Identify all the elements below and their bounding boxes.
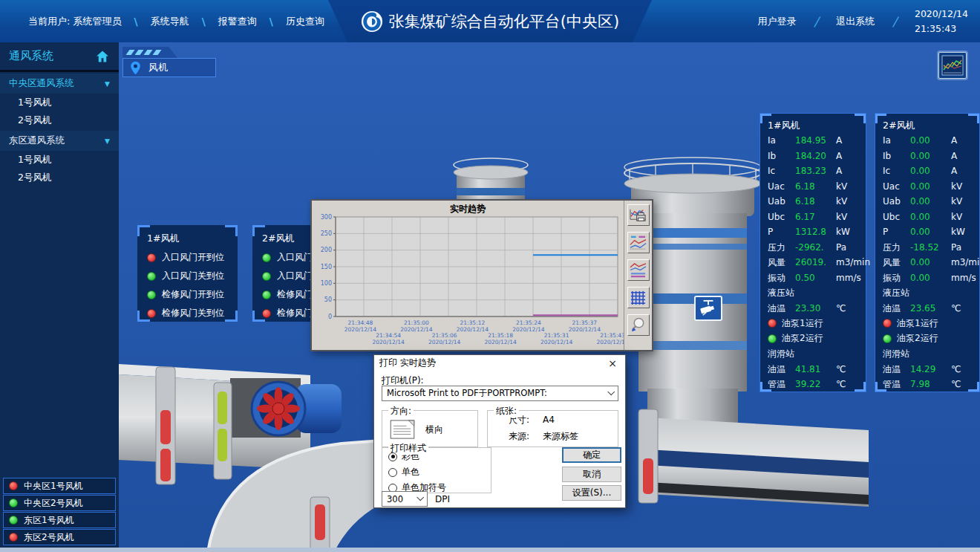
door-status-dot (147, 272, 156, 281)
separator-slash: / (814, 14, 818, 29)
measurement-row: Ia184.95A (768, 133, 866, 149)
nav-item[interactable]: 系统导航 (151, 15, 189, 28)
svg-text:200: 200 (321, 247, 332, 253)
status-item[interactable]: 东区1号风机 (3, 512, 116, 528)
zoom-button[interactable] (627, 314, 650, 336)
grid-button[interactable] (627, 287, 650, 308)
measurement-value: 26019. (795, 255, 836, 270)
measurement-value: 0.00 (910, 270, 951, 286)
door-panel-title: 1#风机 (147, 233, 238, 245)
nav-item[interactable]: 报警查询 (218, 15, 257, 28)
door-status-dot (262, 253, 271, 262)
svg-text:2020/12/14: 2020/12/14 (569, 326, 601, 333)
corner-bracket (225, 311, 238, 322)
datetime: 2020/12/14 21:35:43 (915, 7, 968, 36)
measurement-unit: kV (836, 179, 866, 195)
measurement-unit: ℃ (951, 362, 979, 377)
measurement-value: 0.00 (910, 224, 951, 240)
measurement-row: 油温41.81℃ (768, 362, 866, 377)
measurement-label: Ic (768, 163, 795, 179)
measurement-value: 14.29 (910, 362, 951, 377)
pump-status-row: 油泵2运行 (768, 331, 866, 347)
measurement-label: Uac (768, 179, 795, 195)
status-label: 东区2号风机 (24, 531, 74, 544)
sidebar-group-label: 东区通风系统 (9, 134, 105, 147)
logout-link[interactable]: 退出系统 (836, 15, 875, 28)
measurement-unit: kV (836, 194, 866, 210)
measurement-row: 油温23.30℃ (768, 301, 866, 316)
status-item[interactable]: 东区2号风机 (3, 529, 116, 545)
sidebar-item[interactable]: 1号风机 (0, 151, 119, 169)
measurement-value: 0.00 (910, 210, 951, 225)
home-icon[interactable] (95, 49, 110, 64)
pin-icon (130, 61, 141, 75)
sidebar-group[interactable]: 东区通风系统▼ (0, 131, 119, 151)
tab-decoration (122, 47, 177, 58)
measurement-label: 振动 (768, 270, 795, 286)
brand-logo-icon (361, 10, 383, 33)
printer-select[interactable]: Microsoft Print to PDF于PORTPROMPT: (382, 386, 618, 401)
measurement-label: P (768, 224, 795, 240)
nav-item[interactable]: 历史查询 (286, 15, 324, 28)
print-dialog: 打印 实时趋势 × 打印机(P): Microsoft Print to PDF… (373, 354, 626, 508)
settings-button[interactable]: 设置(S)... (562, 485, 621, 501)
mini-trend-icon (941, 55, 964, 76)
dialog-titlebar[interactable]: 打印 实时趋势 × (374, 355, 625, 371)
section-label: 润滑站 (883, 346, 979, 362)
measurement-unit: ℃ (951, 301, 979, 316)
status-item[interactable]: 中央区2号风机 (3, 495, 116, 511)
chevron-down-icon (416, 493, 424, 501)
chevron-down-icon: ▼ (105, 137, 110, 145)
paper-group: 纸张: 尺寸: A4 来源: 来源标签 (487, 410, 618, 447)
measurement-row: 油温23.65℃ (883, 301, 979, 316)
top-header: 当前用户: 系统管理员\系统导航\报警查询\历史查询 张集煤矿综合自动化平台(中… (0, 0, 980, 42)
print-chart-button[interactable] (627, 204, 650, 226)
ok-button[interactable]: 确定 (562, 447, 621, 463)
current-user-label: 当前用户: 系统管理员 (28, 15, 122, 28)
measurement-row: 压力-2962.Pa (768, 240, 866, 256)
curves-legend-top-button[interactable] (627, 232, 650, 253)
measurement-unit: kV (836, 210, 866, 225)
measurement-label: Ia (768, 133, 795, 149)
sidebar-item[interactable]: 1号风机 (0, 94, 119, 111)
measurement-value: 6.17 (795, 210, 836, 225)
status-item[interactable]: 中央区1号风机 (3, 478, 116, 494)
measurement-unit: A (836, 133, 866, 149)
sidebar-item[interactable]: 2号风机 (0, 111, 119, 129)
corner-bracket (968, 114, 979, 123)
svg-text:2020/12/14: 2020/12/14 (540, 339, 572, 345)
measurement-label: 风量 (883, 255, 910, 270)
print-style-option[interactable]: 单色 (388, 465, 491, 479)
measurement-unit: A (951, 163, 979, 179)
radio-selected-icon (388, 452, 397, 461)
svg-text:50: 50 (324, 296, 332, 303)
measurement-unit: A (951, 133, 979, 149)
measurement-row: Ib0.00A (883, 149, 979, 164)
radio-label: 单色 (402, 466, 419, 478)
measurement-unit: m3/min (836, 255, 870, 270)
curves-legend-bottom-button[interactable] (627, 259, 650, 281)
cancel-button[interactable]: 取消 (562, 467, 621, 482)
svg-text:2020/12/14: 2020/12/14 (400, 326, 432, 333)
measurement-row: Uac6.18kV (768, 179, 866, 195)
svg-text:0: 0 (328, 314, 332, 320)
nav-separator: \ (134, 16, 138, 27)
sidebar-item[interactable]: 2号风机 (0, 169, 119, 186)
measurement-unit: kW (951, 224, 979, 240)
camera-button[interactable] (694, 296, 722, 321)
door-status-row: 入口风门关到位 (147, 270, 238, 282)
trend-chart-button[interactable] (938, 52, 967, 79)
zoom-icon (629, 316, 647, 334)
corner-bracket (875, 382, 886, 392)
measurement-unit: kW (836, 224, 866, 240)
fan-measurement-panel: 2#风机Ia0.00AIb0.00AIc0.00AUac0.00kVUab0.0… (875, 113, 980, 392)
dpi-select[interactable]: 300 (382, 491, 428, 507)
door-status-label: 入口风门关到位 (162, 270, 224, 282)
svg-text:100: 100 (321, 280, 332, 287)
close-icon[interactable]: × (605, 357, 620, 369)
user-login-link[interactable]: 用户登录 (757, 15, 796, 28)
svg-text:150: 150 (321, 264, 332, 270)
sidebar-group[interactable]: 中央区通风系统▼ (0, 74, 119, 94)
pump-status-dot (883, 334, 892, 343)
scene-tab[interactable]: 风机 (122, 58, 216, 77)
